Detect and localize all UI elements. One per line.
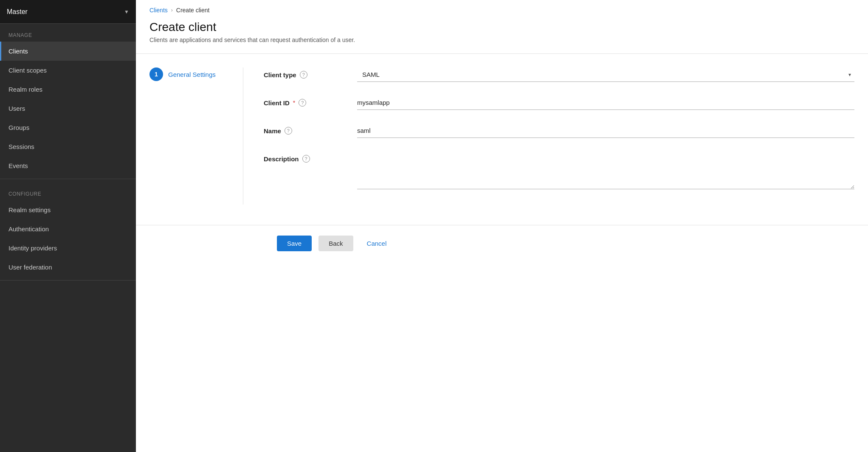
back-button[interactable]: Back — [318, 236, 353, 251]
description-help-icon[interactable]: ? — [302, 155, 310, 163]
sidebar-item-identity-providers[interactable]: Identity providers — [0, 239, 136, 258]
name-input-group — [357, 124, 854, 138]
sidebar-item-users[interactable]: Users — [0, 99, 136, 118]
step-1-label: General Settings — [168, 71, 216, 78]
client-type-help-icon[interactable]: ? — [300, 71, 307, 79]
name-help-icon[interactable]: ? — [285, 127, 292, 135]
client-type-input-group: OpenID Connect SAML ▾ — [357, 67, 854, 82]
name-label: Name — [264, 127, 281, 135]
sidebar-item-realm-settings[interactable]: Realm settings — [0, 200, 136, 219]
breadcrumb-separator-icon: › — [171, 7, 173, 13]
sidebar: Master ▼ ManageClientsClient scopesRealm… — [0, 0, 136, 452]
sidebar-item-client-scopes[interactable]: Client scopes — [0, 61, 136, 80]
description-label: Description — [264, 155, 299, 163]
client-id-input[interactable] — [357, 95, 854, 110]
client-type-row: Client type ? OpenID Connect SAML ▾ — [264, 67, 854, 82]
steps-panel: 1 General Settings — [149, 67, 243, 205]
sidebar-section-configure: Configure — [0, 182, 136, 200]
fields-panel: Client type ? OpenID Connect SAML ▾ — [264, 67, 854, 205]
description-label-group: Description ? — [264, 152, 357, 163]
breadcrumb-current-page: Create client — [176, 7, 210, 14]
sidebar-item-realm-roles[interactable]: Realm roles — [0, 80, 136, 99]
sidebar-header[interactable]: Master ▼ — [0, 0, 136, 24]
breadcrumb: Clients › Create client — [136, 0, 868, 17]
page-subtitle: Clients are applications and services th… — [149, 36, 854, 43]
step-1-badge: 1 — [149, 67, 163, 81]
realm-selector-label: Master — [7, 8, 28, 16]
client-id-label: Client ID — [264, 99, 290, 107]
page-header: Create client Clients are applications a… — [136, 17, 868, 54]
client-id-label-group: Client ID * ? — [264, 95, 357, 107]
name-row: Name ? — [264, 124, 854, 138]
client-id-required-marker: * — [293, 99, 295, 106]
description-input-group — [357, 152, 854, 191]
sidebar-item-events[interactable]: Events — [0, 156, 136, 175]
sidebar-divider — [0, 280, 136, 281]
description-textarea[interactable] — [357, 152, 854, 189]
form-divider — [243, 67, 243, 205]
page-title: Create client — [149, 20, 854, 34]
client-type-label: Client type — [264, 71, 296, 79]
name-label-group: Name ? — [264, 124, 357, 135]
sidebar-item-sessions[interactable]: Sessions — [0, 137, 136, 156]
client-type-select[interactable]: OpenID Connect SAML — [357, 67, 854, 82]
realm-selector-chevron-icon: ▼ — [124, 9, 129, 15]
form-container: 1 General Settings Client type ? OpenID … — [136, 54, 868, 218]
sidebar-item-user-federation[interactable]: User federation — [0, 258, 136, 277]
sidebar-item-groups[interactable]: Groups — [0, 118, 136, 137]
client-type-label-group: Client type ? — [264, 67, 357, 79]
description-row: Description ? — [264, 152, 854, 191]
sidebar-item-authentication[interactable]: Authentication — [0, 219, 136, 239]
breadcrumb-parent-link[interactable]: Clients — [149, 7, 168, 14]
client-type-select-wrapper: OpenID Connect SAML ▾ — [357, 67, 854, 82]
action-buttons: Save Back Cancel — [136, 225, 868, 265]
main-content: Clients › Create client Create client Cl… — [136, 0, 868, 452]
name-input[interactable] — [357, 124, 854, 138]
sidebar-item-clients[interactable]: Clients — [0, 42, 136, 61]
step-1: 1 General Settings — [149, 67, 229, 81]
sidebar-nav: ManageClientsClient scopesRealm rolesUse… — [0, 24, 136, 284]
save-button[interactable]: Save — [277, 236, 312, 251]
sidebar-section-manage: Manage — [0, 24, 136, 42]
sidebar-divider — [0, 179, 136, 179]
cancel-button[interactable]: Cancel — [360, 236, 394, 251]
client-id-row: Client ID * ? — [264, 95, 854, 110]
client-id-help-icon[interactable]: ? — [299, 99, 306, 107]
client-id-input-group — [357, 95, 854, 110]
